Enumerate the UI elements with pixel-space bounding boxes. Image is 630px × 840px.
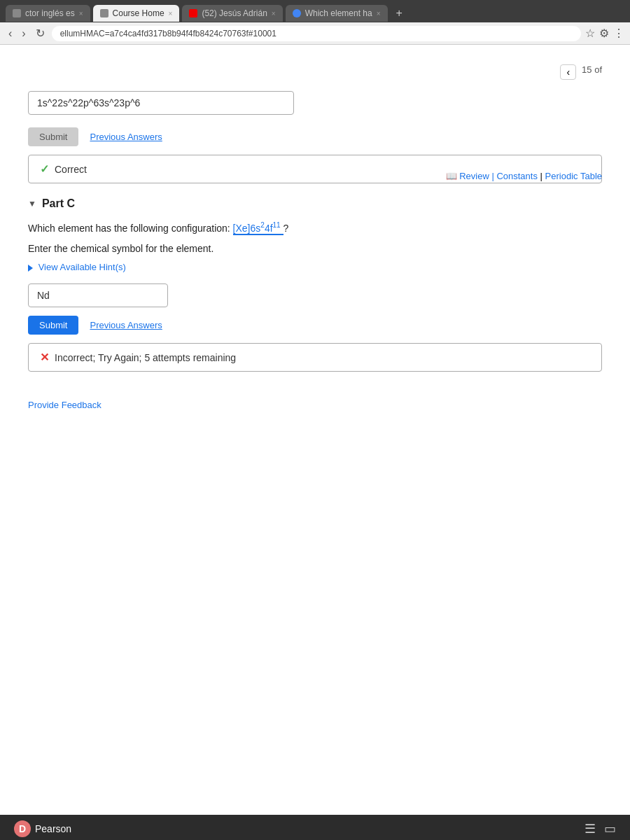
tab-close-1[interactable]: × bbox=[79, 10, 83, 18]
new-tab-button[interactable]: + bbox=[391, 4, 408, 22]
sub-question: Enter the chemical symbol for the elemen… bbox=[28, 241, 602, 256]
part-c-section: ▼ Part C Which element has the following… bbox=[28, 197, 602, 372]
tab-course-home[interactable]: Course Home × bbox=[93, 5, 180, 22]
part-c-header: ▼ Part C bbox=[28, 197, 602, 210]
constants-link[interactable]: Constants bbox=[496, 171, 538, 181]
review-section: 📖 Review | Constants | Periodic Table bbox=[446, 171, 602, 181]
address-bar-row: ‹ › ↻ ☆ ⚙ ⋮ bbox=[0, 22, 630, 45]
part-b-answer-box: 1s^22s^22p^63s^23p^6 bbox=[28, 91, 602, 122]
part-c-answer-input[interactable] bbox=[28, 284, 168, 307]
browser-chrome: ctor inglés es × Course Home × (52) Jesú… bbox=[0, 0, 630, 22]
tab-favicon-2 bbox=[100, 9, 108, 18]
question-text: Which element has the following configur… bbox=[28, 221, 602, 236]
footer-tablet-icon[interactable]: ▭ bbox=[604, 821, 616, 836]
incorrect-label: Incorrect; Try Again; 5 attempts remaini… bbox=[55, 352, 236, 363]
prev-page-button[interactable]: ‹ bbox=[560, 64, 576, 80]
x-icon: ✕ bbox=[40, 351, 49, 364]
tab-jesus[interactable]: (52) Jesús Adrián × bbox=[182, 5, 282, 22]
tab-label-2: Course Home bbox=[113, 8, 164, 18]
tab-label-3: (52) Jesús Adrián bbox=[202, 8, 267, 18]
collapse-icon[interactable]: ▼ bbox=[28, 199, 36, 209]
tab-label-1: ctor inglés es bbox=[25, 8, 75, 18]
tab-favicon-3 bbox=[189, 9, 197, 18]
forward-button[interactable]: › bbox=[19, 26, 28, 41]
separator: | bbox=[540, 171, 545, 181]
footer-icons: ☰ ▭ bbox=[584, 821, 616, 836]
footer-list-icon[interactable]: ☰ bbox=[584, 821, 596, 836]
settings-icon[interactable]: ⚙ bbox=[599, 27, 609, 40]
check-icon: ✓ bbox=[40, 162, 49, 176]
question-line1: Which element has the following configur… bbox=[28, 223, 230, 234]
part-b-submit-row: Submit Previous Answers bbox=[28, 127, 602, 146]
pearson-label: Pearson bbox=[35, 823, 71, 834]
hint-triangle-icon bbox=[28, 265, 33, 272]
bookmark-icon[interactable]: ☆ bbox=[585, 27, 595, 40]
page-number: 15 of bbox=[582, 64, 602, 80]
pearson-circle-icon: D bbox=[14, 820, 31, 837]
part-b-answer: 1s^22s^22p^63s^23p^6 bbox=[28, 91, 294, 115]
tab-close-3[interactable]: × bbox=[272, 10, 276, 18]
tab-favicon-4 bbox=[293, 9, 301, 18]
pearson-footer: D Pearson ☰ ▭ bbox=[0, 815, 630, 840]
main-content: ‹ 15 of 📖 Review | Constants | Periodic … bbox=[0, 45, 630, 815]
hint-label: View Available Hint(s) bbox=[38, 262, 126, 272]
correct-label: Correct bbox=[55, 164, 87, 175]
periodic-table-link[interactable]: Periodic Table bbox=[545, 171, 602, 181]
menu-icon[interactable]: ⋮ bbox=[613, 27, 624, 40]
hint-link[interactable]: View Available Hint(s) bbox=[28, 262, 602, 272]
tab-close-4[interactable]: × bbox=[377, 10, 381, 18]
address-bar-icons: ☆ ⚙ ⋮ bbox=[585, 27, 624, 40]
tab-label-4: Which element ha bbox=[305, 8, 372, 18]
tab-ctor[interactable]: ctor inglés es × bbox=[6, 5, 90, 22]
pearson-logo: D Pearson bbox=[14, 820, 71, 837]
back-button[interactable]: ‹ bbox=[6, 26, 15, 41]
review-link[interactable]: Review | bbox=[459, 171, 494, 181]
incorrect-banner: ✕ Incorrect; Try Again; 5 attempts remai… bbox=[28, 343, 602, 372]
tab-close-2[interactable]: × bbox=[169, 10, 173, 18]
part-b-previous-answers-link[interactable]: Previous Answers bbox=[90, 132, 162, 142]
feedback-link[interactable]: Provide Feedback bbox=[28, 400, 602, 410]
review-icon: 📖 bbox=[446, 171, 460, 181]
part-c-previous-answers-link[interactable]: Previous Answers bbox=[90, 320, 162, 330]
page-number-bar: ‹ 15 of bbox=[28, 59, 602, 91]
tab-favicon-1 bbox=[13, 9, 21, 18]
part-c-submit-button[interactable]: Submit bbox=[28, 316, 78, 335]
refresh-button[interactable]: ↻ bbox=[33, 25, 48, 41]
part-b-submit-button[interactable]: Submit bbox=[28, 127, 78, 146]
config-formula: [Xe]6s24f11 bbox=[233, 223, 284, 235]
address-input[interactable] bbox=[52, 26, 581, 41]
tab-which-element[interactable]: Which element ha × bbox=[286, 5, 388, 22]
pearson-initial: D bbox=[19, 823, 26, 834]
part-c-submit-row: Submit Previous Answers bbox=[28, 316, 602, 335]
part-c-title: Part C bbox=[42, 197, 75, 210]
